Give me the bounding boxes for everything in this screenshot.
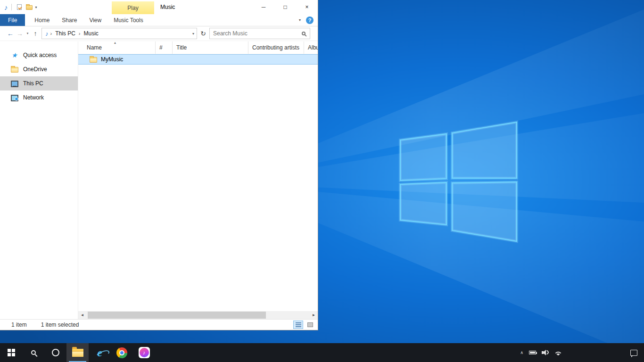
file-explorer-icon: [72, 349, 83, 357]
divider: [11, 4, 12, 10]
sidebar-item-label: Network: [23, 94, 44, 101]
status-bar: 1 item 1 item selected: [0, 319, 318, 330]
sidebar-item-this-pc[interactable]: This PC: [0, 76, 78, 90]
large-icons-view-icon: [307, 322, 313, 327]
cortana-button[interactable]: [44, 343, 66, 362]
taskbar: e ♪ ∧: [0, 343, 644, 362]
column-label: Contributing artists: [252, 44, 299, 51]
breadcrumb-this-pc[interactable]: This PC: [54, 30, 77, 37]
taskbar-chrome-button[interactable]: [111, 343, 133, 362]
column-headers: Name ▴ # Title Contributing artists Albu…: [78, 41, 318, 54]
contextual-group-play[interactable]: Play: [112, 1, 154, 14]
column-label: Album: [308, 44, 318, 51]
breadcrumb-separator-icon: ›: [79, 31, 81, 36]
file-explorer-window: ♪ ▾ Play Music ─ □ × File Home Share Vie…: [0, 0, 318, 330]
taskbar-itunes-button[interactable]: ♪: [133, 343, 155, 362]
column-header-contributing-artists[interactable]: Contributing artists: [248, 41, 304, 54]
search-icon: [302, 32, 305, 35]
window-title: Music: [160, 0, 175, 14]
tab-home[interactable]: Home: [28, 14, 56, 26]
address-dropdown-chevron-icon[interactable]: ▾: [192, 32, 194, 36]
computer-icon: [10, 81, 18, 87]
ribbon-tab-row: File Home Share View Music Tools ▾ ?: [0, 14, 318, 26]
chrome-icon: [116, 347, 127, 358]
breadcrumb-music[interactable]: Music: [83, 30, 100, 37]
internet-explorer-icon: e: [97, 347, 102, 358]
star-icon: ★: [10, 52, 18, 58]
system-tray: ∧: [516, 343, 623, 362]
action-center-button[interactable]: [623, 343, 644, 362]
scroll-right-icon[interactable]: ►: [310, 311, 318, 319]
tab-view[interactable]: View: [83, 14, 107, 26]
maximize-button[interactable]: □: [274, 0, 296, 14]
file-row-mymusic[interactable]: MyMusic: [78, 54, 318, 65]
file-name: MyMusic: [101, 56, 123, 63]
tab-share[interactable]: Share: [56, 14, 83, 26]
hidden-icons-chevron-icon[interactable]: ∧: [520, 350, 523, 355]
qat-properties-button[interactable]: [15, 3, 24, 11]
horizontal-scrollbar[interactable]: ◄ ►: [78, 311, 318, 319]
network-wifi-icon[interactable]: [554, 350, 562, 355]
item-count: 1 item: [11, 321, 27, 328]
file-pane: Name ▴ # Title Contributing artists Albu…: [78, 41, 318, 319]
scrollbar-thumb[interactable]: [88, 312, 266, 319]
recent-locations-chevron-icon[interactable]: ▾: [25, 32, 31, 35]
sidebar-item-label: Quick access: [23, 52, 57, 58]
window-music-icon: ♪: [4, 4, 8, 11]
start-button[interactable]: [0, 343, 22, 362]
new-folder-icon: [26, 5, 33, 10]
view-toggles: [293, 321, 315, 329]
column-header-number[interactable]: #: [156, 41, 173, 54]
column-header-album[interactable]: Album: [304, 41, 318, 54]
column-header-name[interactable]: Name ▴: [78, 41, 156, 54]
qat-customize-chevron-icon[interactable]: ▾: [35, 5, 37, 9]
column-label: Name: [87, 44, 102, 51]
large-icons-view-button[interactable]: [305, 321, 315, 329]
sidebar-item-label: This PC: [23, 80, 43, 87]
itunes-icon: ♪: [139, 347, 150, 358]
minimize-button[interactable]: ─: [253, 0, 274, 14]
selection-count: 1 item selected: [41, 321, 79, 328]
column-header-title[interactable]: Title: [173, 41, 248, 54]
search-input[interactable]: [213, 30, 302, 37]
cortana-circle-icon: [52, 349, 59, 356]
address-bar[interactable]: ♪ › This PC › Music ▾: [41, 28, 197, 39]
details-view-button[interactable]: [293, 321, 303, 329]
file-list: MyMusic: [78, 54, 318, 311]
refresh-button[interactable]: ↻: [198, 30, 208, 37]
navigation-bar: ← → ▾ ↑ ♪ › This PC › Music ▾ ↻: [0, 26, 318, 41]
search-icon: [31, 350, 36, 355]
volume-icon[interactable]: [542, 350, 549, 355]
taskbar-file-explorer-button[interactable]: [66, 343, 89, 362]
search-box[interactable]: [209, 28, 310, 39]
sidebar-item-onedrive[interactable]: OneDrive: [0, 62, 78, 76]
battery-icon[interactable]: [529, 351, 536, 354]
desktop: ♪ ▾ Play Music ─ □ × File Home Share Vie…: [0, 0, 644, 362]
back-button[interactable]: ←: [6, 30, 15, 37]
window-controls: ─ □ ×: [253, 0, 318, 14]
sidebar-item-network[interactable]: Network: [0, 90, 78, 105]
sidebar: ★ Quick access OneDrive This PC Network: [0, 41, 78, 319]
taskbar-search-button[interactable]: [22, 343, 44, 362]
tab-file[interactable]: File: [0, 14, 25, 26]
forward-button[interactable]: →: [15, 30, 25, 37]
close-button[interactable]: ×: [296, 0, 318, 14]
scroll-left-icon[interactable]: ◄: [78, 311, 86, 319]
tab-music-tools[interactable]: Music Tools: [107, 14, 149, 26]
taskbar-internet-explorer-button[interactable]: e: [89, 343, 111, 362]
sidebar-item-quick-access[interactable]: ★ Quick access: [0, 48, 78, 62]
properties-icon: [17, 4, 22, 10]
expand-ribbon-chevron-icon[interactable]: ▾: [299, 18, 301, 22]
up-button[interactable]: ↑: [31, 30, 40, 37]
network-icon: [10, 95, 18, 101]
windows-logo-icon: [8, 349, 15, 356]
qat-new-folder-button[interactable]: [25, 3, 33, 11]
location-music-icon: ♪: [45, 30, 49, 37]
sidebar-item-label: OneDrive: [23, 66, 47, 73]
column-label: #: [159, 44, 163, 51]
folder-icon: [90, 57, 97, 63]
details-view-icon: [296, 322, 301, 327]
titlebar: ♪ ▾ Play Music ─ □ ×: [0, 0, 318, 14]
help-icon[interactable]: ?: [306, 16, 314, 24]
sort-ascending-icon: ▴: [114, 41, 116, 45]
